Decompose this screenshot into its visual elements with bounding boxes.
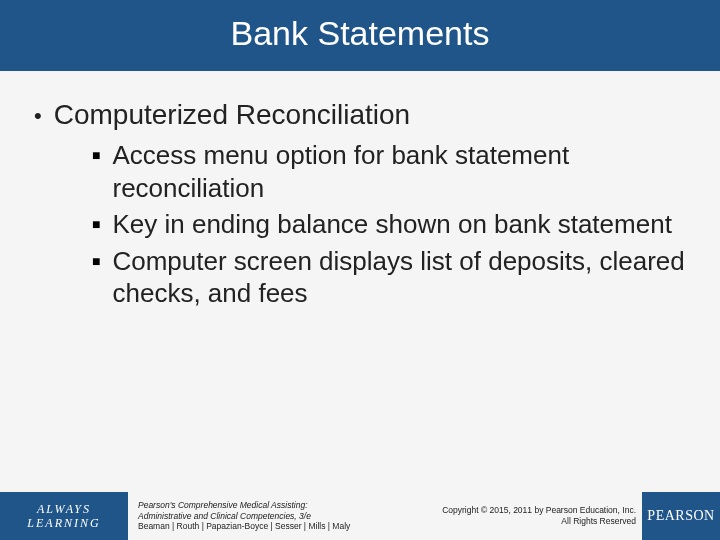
book-title-line2: Administrative and Clinical Competencies…	[138, 511, 378, 522]
copyright-line2: All Rights Reserved	[442, 516, 636, 527]
square-bullet-icon: ■	[92, 139, 100, 171]
book-title-line1: Pearson's Comprehensive Medical Assistin…	[138, 500, 378, 511]
heading-row: • Computerized Reconciliation	[34, 99, 686, 133]
slide-footer: ALWAYS LEARNING Pearson's Comprehensive …	[0, 492, 720, 540]
slide-title-bar: Bank Statements	[0, 0, 720, 71]
pearson-logo: PEARSON	[642, 492, 720, 540]
square-bullet-icon: ■	[92, 245, 100, 277]
list-item-text: Key in ending balance shown on bank stat…	[112, 208, 671, 241]
always-learning-logo: ALWAYS LEARNING	[0, 492, 128, 540]
square-bullet-icon: ■	[92, 208, 100, 240]
bullet-icon: •	[34, 99, 42, 133]
book-authors: Beaman | Routh | Papazian-Boyce | Sesser…	[138, 521, 378, 532]
heading-text: Computerized Reconciliation	[54, 99, 410, 131]
copyright-line1: Copyright © 2015, 2011 by Pearson Educat…	[442, 505, 636, 516]
always-learning-line1: ALWAYS	[37, 502, 91, 516]
list-item: ■ Key in ending balance shown on bank st…	[92, 208, 686, 241]
slide-content: • Computerized Reconciliation ■ Access m…	[0, 71, 720, 310]
always-learning-line2: LEARNING	[27, 516, 100, 530]
list-item: ■ Computer screen displays list of depos…	[92, 245, 686, 310]
slide-title: Bank Statements	[231, 14, 490, 52]
pearson-logo-text: PEARSON	[647, 508, 714, 524]
list-item-text: Computer screen displays list of deposit…	[112, 245, 686, 310]
list-item-text: Access menu option for bank statement re…	[112, 139, 686, 204]
book-credit: Pearson's Comprehensive Medical Assistin…	[138, 500, 378, 532]
list-item: ■ Access menu option for bank statement …	[92, 139, 686, 204]
copyright-block: Copyright © 2015, 2011 by Pearson Educat…	[442, 505, 636, 527]
